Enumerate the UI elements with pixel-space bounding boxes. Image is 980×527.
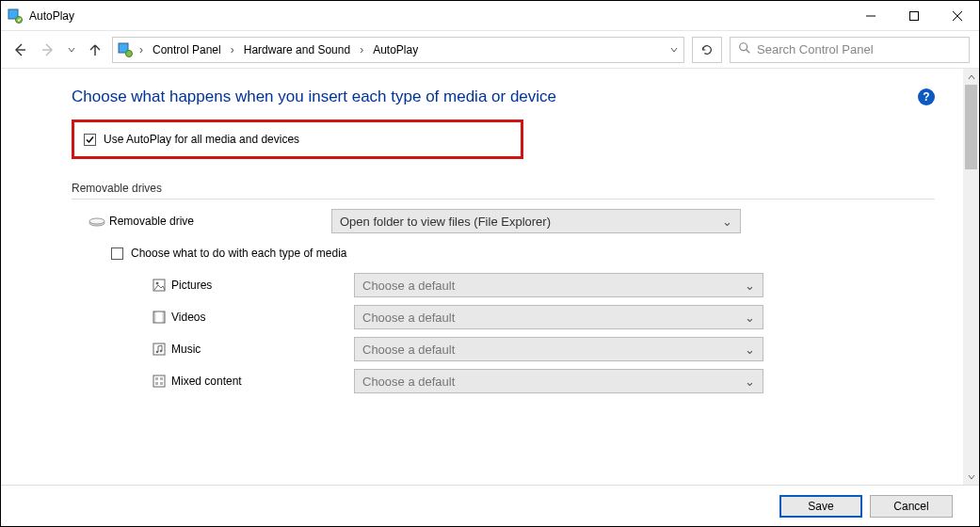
minimize-button[interactable] [849,2,892,30]
section-header-removable: Removable drives [72,182,935,195]
refresh-button[interactable] [692,37,722,63]
svg-point-21 [160,350,162,352]
svg-point-13 [89,218,104,224]
mixed-content-icon [147,374,171,389]
autoplay-window-icon [7,8,24,24]
videos-icon [147,310,171,325]
choose-type-checkbox[interactable] [111,248,123,260]
music-icon [147,342,171,357]
use-autoplay-checkbox[interactable] [84,134,96,146]
search-box[interactable] [730,37,970,63]
svg-point-10 [740,43,747,51]
svg-rect-24 [160,377,163,380]
chevron-right-icon: › [229,43,236,56]
section-rule [72,199,935,200]
svg-rect-22 [153,375,165,387]
svg-point-20 [156,351,158,353]
svg-line-4 [953,11,962,21]
mixed-content-select[interactable]: Choose a default ⌄ [354,369,763,393]
svg-rect-23 [155,377,158,380]
svg-rect-26 [160,382,163,385]
svg-point-1 [16,16,23,23]
breadcrumb-bar[interactable]: › Control Panel › Hardware and Sound › A… [112,37,684,63]
row-mixed-content: Mixed content Choose a default ⌄ [72,369,935,393]
use-autoplay-highlight: Use AutoPlay for all media and devices [72,120,523,159]
chevron-down-icon: ⌄ [745,343,755,357]
search-icon [738,41,751,57]
row-music: Music Choose a default ⌄ [72,337,935,361]
scroll-down-button[interactable] [963,469,979,485]
svg-rect-18 [163,311,166,323]
row-videos: Videos Choose a default ⌄ [72,305,935,329]
pictures-select[interactable]: Choose a default ⌄ [354,273,763,297]
removable-drive-select[interactable]: Open folder to view files (File Explorer… [331,209,741,233]
svg-line-5 [953,11,962,21]
svg-point-15 [156,282,159,285]
music-label: Music [171,343,354,356]
maximize-button[interactable] [892,2,936,30]
nav-back-button[interactable] [10,40,29,59]
use-autoplay-label: Use AutoPlay for all media and devices [104,133,299,146]
removable-drive-icon [85,216,109,227]
vertical-scrollbar[interactable] [963,69,979,485]
chevron-right-icon: › [358,43,365,56]
help-button[interactable]: ? [918,88,935,105]
row-removable-drive: Removable drive Open folder to view file… [72,209,935,233]
music-select[interactable]: Choose a default ⌄ [354,337,763,361]
breadcrumb-item-hardware-and-sound[interactable]: Hardware and Sound [240,43,354,56]
svg-rect-3 [910,11,919,20]
chevron-down-icon: ⌄ [745,375,755,389]
close-button[interactable] [936,2,979,30]
svg-rect-19 [153,343,165,355]
videos-label: Videos [171,311,354,324]
nav-forward-button[interactable] [39,40,57,59]
svg-rect-25 [155,382,158,385]
breadcrumb-item-control-panel[interactable]: Control Panel [149,43,225,56]
address-dropdown-icon[interactable] [665,46,683,54]
window-title: AutoPlay [29,9,74,23]
nav-up-button[interactable] [86,40,104,59]
chevron-down-icon: ⌄ [722,215,732,229]
pictures-label: Pictures [171,279,354,292]
chevron-down-icon: ⌄ [745,279,755,293]
main-content: Choose what happens when you insert each… [1,69,963,485]
search-input[interactable] [757,42,961,56]
scroll-thumb[interactable] [965,85,977,169]
chevron-down-icon: ⌄ [745,311,755,325]
removable-drive-label: Removable drive [109,215,331,228]
save-button[interactable]: Save [779,495,862,518]
mixed-content-label: Mixed content [171,375,354,388]
chevron-right-icon: › [137,43,145,56]
breadcrumb-item-autoplay[interactable]: AutoPlay [369,43,422,56]
row-pictures: Pictures Choose a default ⌄ [72,273,935,297]
svg-point-9 [126,50,133,56]
scroll-up-button[interactable] [963,69,979,85]
svg-line-11 [747,50,750,54]
page-title: Choose what happens when you insert each… [72,88,556,106]
pictures-icon [147,278,171,293]
videos-select[interactable]: Choose a default ⌄ [354,305,763,329]
autoplay-path-icon [117,41,134,58]
window-titlebar: AutoPlay [1,1,979,31]
address-toolbar: › Control Panel › Hardware and Sound › A… [1,31,979,69]
svg-rect-17 [153,311,156,323]
choose-type-label: Choose what to do with each type of medi… [131,247,346,260]
nav-history-dropdown[interactable] [67,40,76,59]
footer-bar: Save Cancel [1,485,979,526]
cancel-button[interactable]: Cancel [870,495,953,518]
row-choose-type: Choose what to do with each type of medi… [72,247,935,260]
